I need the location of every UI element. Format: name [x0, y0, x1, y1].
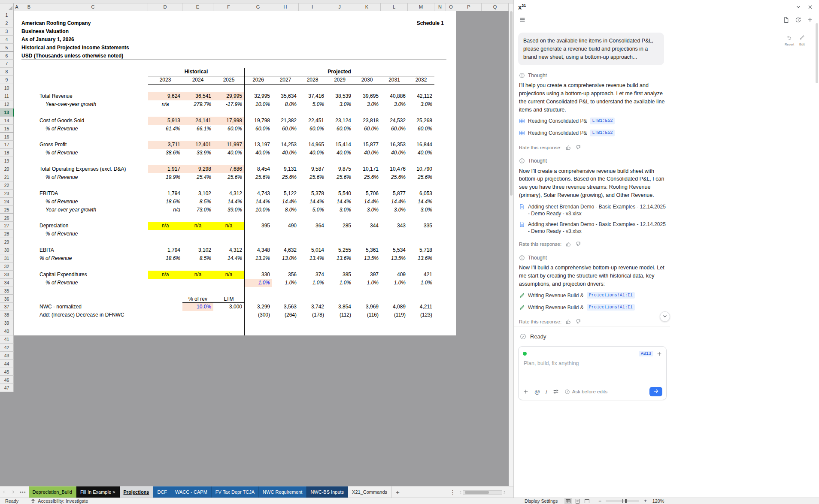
cell-M31[interactable]: 13.6%: [408, 254, 434, 263]
menu-icon[interactable]: [519, 16, 526, 23]
row-header-27[interactable]: 27: [0, 222, 14, 230]
row-header-7[interactable]: 7: [0, 60, 14, 68]
cell-C28[interactable]: % of Revenue: [38, 230, 148, 238]
row-header-40[interactable]: 40: [0, 327, 14, 335]
cell-M20[interactable]: 10,790: [408, 165, 434, 173]
cell-J12[interactable]: 3.0%: [326, 100, 353, 109]
cell-G33[interactable]: 330: [244, 271, 272, 279]
cell-H14[interactable]: 21,382: [272, 117, 299, 125]
row-header-20[interactable]: 20: [0, 165, 14, 173]
cell-M9[interactable]: 2032: [408, 76, 434, 84]
cell-I17[interactable]: 14,965: [299, 141, 326, 149]
thumbs-up-icon[interactable]: [565, 145, 571, 151]
column-header-N[interactable]: N: [434, 3, 446, 11]
row-header-39[interactable]: 39: [0, 319, 14, 327]
row-header-44[interactable]: 44: [0, 360, 14, 368]
cell-E14[interactable]: 24,141: [182, 117, 213, 125]
cell-G12[interactable]: 10.0%: [244, 100, 272, 109]
cell-C25[interactable]: Year-over-year growth: [38, 206, 148, 214]
cell-G20[interactable]: 8,454: [244, 165, 272, 173]
cell-I9[interactable]: 2028: [299, 76, 326, 84]
column-header-L[interactable]: L: [381, 3, 408, 11]
row-header-43[interactable]: 43: [0, 352, 14, 360]
row-header-10[interactable]: 10: [0, 84, 14, 92]
cell-D33[interactable]: n/a: [148, 271, 182, 279]
close-pane-icon[interactable]: [807, 4, 813, 10]
row-header-17[interactable]: 17: [0, 141, 14, 149]
vertical-scrollbar-thumb[interactable]: [510, 11, 513, 196]
row-header-11[interactable]: 11: [0, 92, 14, 100]
ask-before-edits-toggle[interactable]: Ask before edits: [564, 389, 607, 395]
cell-E20[interactable]: 9,298: [182, 165, 213, 173]
cell-I14[interactable]: 22,451: [299, 117, 326, 125]
cell-H18[interactable]: 40.0%: [272, 149, 299, 157]
new-chat-icon[interactable]: [807, 17, 813, 23]
row-header-4[interactable]: 4: [0, 36, 14, 44]
cell-M37[interactable]: 4,211: [408, 303, 434, 311]
row-header-14[interactable]: 14: [0, 117, 14, 125]
cell-F9[interactable]: 2025: [213, 76, 244, 84]
cell-H34[interactable]: 1.0%: [272, 279, 299, 287]
cell-J14[interactable]: 23,124: [326, 117, 353, 125]
cell-M11[interactable]: 42,112: [408, 92, 434, 100]
cell-C11[interactable]: Total Revenue: [38, 92, 148, 100]
row-header-30[interactable]: 30: [0, 246, 14, 254]
cell-L23[interactable]: 5,877: [381, 190, 408, 198]
column-header-P[interactable]: P: [456, 3, 482, 11]
cell-C17[interactable]: Gross Profit: [38, 141, 148, 149]
cell-F31[interactable]: 14.4%: [213, 254, 244, 263]
cell-E18[interactable]: 33.9%: [182, 149, 213, 157]
cell-J24[interactable]: 14.4%: [326, 198, 353, 206]
cell-F27[interactable]: n/a: [213, 222, 244, 230]
cell-K33[interactable]: 397: [353, 271, 381, 279]
row-header-47[interactable]: 47: [0, 384, 14, 392]
sheet-tab-projections[interactable]: Projections: [120, 486, 154, 498]
tools-tune-icon[interactable]: [553, 389, 559, 395]
cell-E37[interactable]: 10.0%: [182, 303, 213, 311]
cell-G31[interactable]: 13.2%: [244, 254, 272, 263]
cell-H17[interactable]: 14,253: [272, 141, 299, 149]
cell-I21[interactable]: 25.6%: [299, 173, 326, 181]
cell-F24[interactable]: 14.4%: [213, 198, 244, 206]
history-icon[interactable]: [795, 17, 801, 23]
cell-C14[interactable]: Cost of Goods Sold: [38, 117, 148, 125]
column-header-J[interactable]: J: [326, 3, 353, 11]
mention-icon[interactable]: @: [534, 389, 540, 395]
cell-D12[interactable]: n/a: [148, 100, 182, 109]
cell-C33[interactable]: Capital Expenditures: [38, 271, 148, 279]
cell-J33[interactable]: 385: [326, 271, 353, 279]
cell-F12[interactable]: -17.9%: [213, 100, 244, 109]
cell-L24[interactable]: 14.4%: [381, 198, 408, 206]
cell-E30[interactable]: 3,102: [182, 246, 213, 254]
row-header-18[interactable]: 18: [0, 149, 14, 157]
cell-D23[interactable]: 1,794: [148, 190, 182, 198]
cell-J21[interactable]: 25.6%: [326, 173, 353, 181]
zoom-level[interactable]: 120%: [651, 498, 664, 504]
cell-J30[interactable]: 5,255: [326, 246, 353, 254]
cell-M17[interactable]: 16,844: [408, 141, 434, 149]
row-header-9[interactable]: 9: [0, 76, 14, 84]
pane-scrollbar-thumb[interactable]: [816, 23, 818, 83]
cell-K18[interactable]: 40.0%: [353, 149, 381, 157]
thumbs-down-icon[interactable]: [575, 241, 581, 247]
cell-E24[interactable]: 8.5%: [182, 198, 213, 206]
cell-K25[interactable]: 3.0%: [353, 206, 381, 214]
cell-E21[interactable]: 25.4%: [182, 173, 213, 181]
zoom-slider-thumb[interactable]: [625, 499, 627, 503]
cell-L20[interactable]: 10,476: [381, 165, 408, 173]
cell-L15[interactable]: 60.0%: [381, 125, 408, 133]
row-header-24[interactable]: 24: [0, 198, 14, 206]
accessibility-status-button[interactable]: Accessibility: Investigate: [30, 498, 88, 504]
cell-L18[interactable]: 40.0%: [381, 149, 408, 157]
cell-G17[interactable]: 13,197: [244, 141, 272, 149]
cell-K38[interactable]: (116): [353, 311, 381, 319]
cell-E12[interactable]: 279.7%: [182, 100, 213, 109]
sheet-tab-nwc-requirement[interactable]: NWC Requirement: [259, 486, 306, 498]
row-header-35[interactable]: 35: [0, 287, 14, 295]
pane-scrollbar[interactable]: [816, 15, 818, 483]
range-chip[interactable]: Projections!A1:I1: [587, 292, 635, 299]
cell-K20[interactable]: 10,171: [353, 165, 381, 173]
row-header-38[interactable]: 38: [0, 311, 14, 319]
cell-G18[interactable]: 40.0%: [244, 149, 272, 157]
cell-F11[interactable]: 29,995: [213, 92, 244, 100]
